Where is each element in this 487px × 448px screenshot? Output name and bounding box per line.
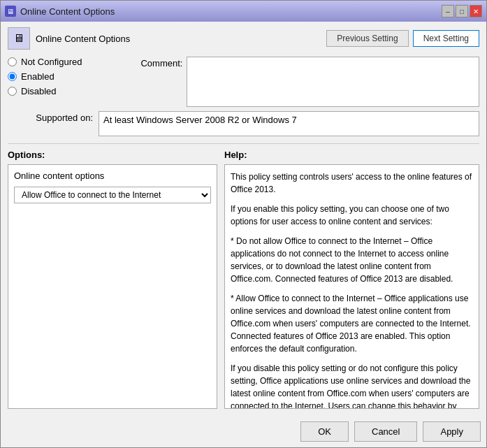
close-button[interactable]: ✕ [470, 5, 482, 17]
enabled-radio[interactable] [8, 72, 17, 81]
supported-label: Supported on: [8, 111, 99, 123]
title-bar-controls: – □ ✕ [442, 5, 482, 17]
not-configured-label: Not Configured [21, 57, 82, 67]
divider [8, 143, 479, 144]
comment-area: Comment: [96, 57, 479, 107]
radio-options: Not Configured Enabled Disabled [8, 57, 82, 107]
help-para-4: * Allow Office to connect to the Interne… [231, 292, 473, 355]
help-para-1: This policy setting controls users' acce… [231, 171, 473, 196]
window-icon: 🖥 [5, 6, 16, 17]
nav-buttons: Previous Setting Next Setting [326, 30, 479, 47]
disabled-label: Disabled [21, 86, 57, 96]
help-text-box[interactable]: This policy setting controls users' acce… [224, 164, 479, 409]
section-title: Online Content Options [36, 34, 130, 44]
enabled-radio-label[interactable]: Enabled [8, 71, 82, 82]
minimize-button[interactable]: – [442, 5, 454, 17]
title-bar-left: 🖥 Online Content Options [5, 6, 115, 17]
apply-button[interactable]: Apply [423, 421, 481, 442]
online-content-dropdown[interactable]: Do not allow Office to connect to the In… [14, 187, 211, 203]
main-window: 🖥 Online Content Options – □ ✕ 🖥 Online … [0, 0, 487, 448]
comment-textbox[interactable] [187, 57, 479, 107]
radio-group: Not Configured Enabled Disabled Comment: [8, 57, 479, 107]
help-column: Help: This policy setting controls users… [224, 150, 479, 409]
bottom-bar: OK Cancel Apply [1, 414, 486, 447]
restore-button[interactable]: □ [456, 5, 468, 17]
window-title: Online Content Options [20, 6, 115, 17]
previous-setting-button[interactable]: Previous Setting [326, 30, 408, 47]
options-column: Options: Online content options Do not a… [8, 150, 217, 409]
title-bar: 🖥 Online Content Options – □ ✕ [1, 1, 486, 22]
comment-input[interactable] [187, 57, 479, 106]
supported-value-box: At least Windows Server 2008 R2 or Windo… [99, 111, 479, 136]
next-setting-button[interactable]: Next Setting [413, 30, 479, 47]
content-area: 🖥 Online Content Options Previous Settin… [1, 22, 486, 414]
comment-label: Comment: [96, 57, 187, 68]
section-title-row: 🖥 Online Content Options [8, 27, 130, 50]
help-para-5: If you disable this policy setting or do… [231, 362, 473, 409]
help-para-3: * Do not allow Office to connect to the … [231, 235, 473, 285]
supported-on-row: Supported on: At least Windows Server 20… [8, 111, 479, 136]
section-icon: 🖥 [8, 27, 30, 50]
disabled-radio[interactable] [8, 87, 17, 96]
not-configured-radio[interactable] [8, 57, 17, 66]
help-header: Help: [224, 150, 479, 160]
options-box: Online content options Do not allow Offi… [8, 164, 217, 409]
disabled-radio-label[interactable]: Disabled [8, 86, 82, 96]
options-header: Options: [8, 150, 217, 160]
two-column-section: Options: Online content options Do not a… [8, 150, 479, 409]
help-para-2: If you enable this policy setting, you c… [231, 203, 473, 228]
options-box-label: Online content options [14, 171, 211, 181]
supported-value: At least Windows Server 2008 R2 or Windo… [103, 115, 297, 125]
top-section: 🖥 Online Content Options Previous Settin… [8, 27, 479, 50]
cancel-button[interactable]: Cancel [354, 421, 417, 442]
not-configured-radio-label[interactable]: Not Configured [8, 57, 82, 67]
enabled-label: Enabled [21, 71, 54, 82]
ok-button[interactable]: OK [300, 421, 349, 442]
